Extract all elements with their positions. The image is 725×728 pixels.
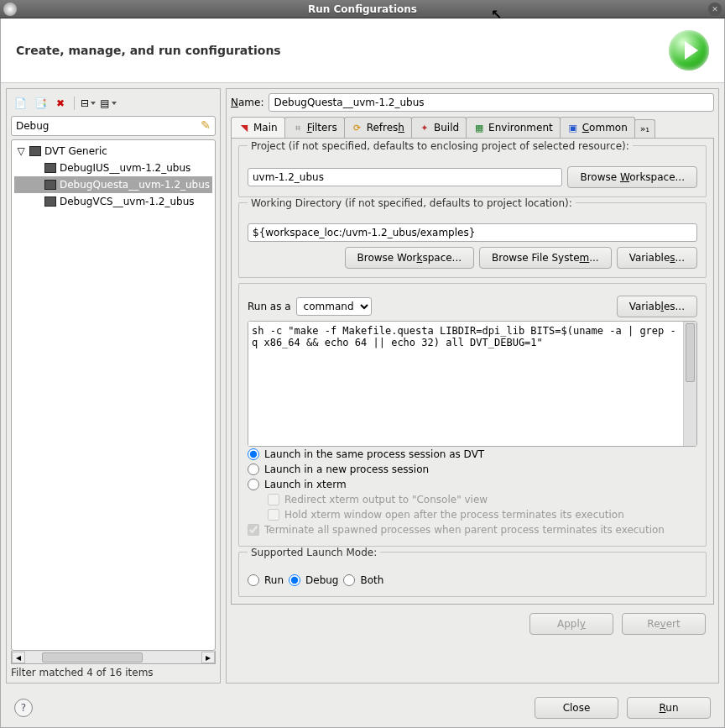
launch-mode-debug-radio[interactable] (289, 574, 300, 586)
name-label: Name: (231, 97, 263, 108)
scroll-track[interactable] (25, 652, 201, 663)
tab-content: Project (if not specified, defaults to e… (231, 139, 714, 605)
tab-bar: ◥Main ⌗Filters ⟳Refresh ✦Build ▦Environm… (231, 117, 714, 139)
launch-xterm-radio[interactable] (248, 479, 259, 490)
main-icon: ◥ (238, 122, 250, 134)
name-input[interactable] (269, 93, 714, 112)
tab-main[interactable]: ◥Main (231, 117, 285, 138)
right-panel: Name: ◥Main ⌗Filters ⟳Refresh ✦Build ▦En… (226, 88, 719, 683)
variables-button[interactable]: Variables... (617, 247, 697, 269)
window-title: Run Configurations (0, 3, 725, 15)
collapse-button[interactable]: ⊟ (79, 95, 97, 112)
tab-build[interactable]: ✦Build (411, 117, 467, 138)
duplicate-config-button[interactable]: 📑 (31, 95, 50, 112)
app-icon (3, 3, 17, 16)
apply-button[interactable]: Apply (529, 613, 613, 635)
clear-filter-icon[interactable]: ✎ (199, 118, 212, 132)
workdir-group: Working Directory (if not specified, def… (238, 202, 707, 278)
terminate-spawned-check (248, 524, 259, 536)
close-icon[interactable] (708, 3, 722, 16)
tab-refresh[interactable]: ⟳Refresh (344, 117, 412, 138)
run-button[interactable]: Run (627, 697, 711, 719)
header-subtitle: Create, manage, and run configurations (16, 44, 281, 57)
refresh-icon: ⟳ (352, 122, 363, 134)
project-input[interactable] (248, 168, 562, 186)
toolbar-separator (74, 97, 75, 110)
project-group-label: Project (if not specified, defaults to e… (248, 140, 633, 152)
filter-menu-button[interactable]: ▤ (99, 95, 117, 112)
scroll-right-icon[interactable]: ▸ (201, 652, 215, 663)
launch-new-label: Launch in a new process session (264, 464, 429, 475)
dialog-footer: ? Close Run (1, 689, 724, 727)
left-toolbar: 📄 📑 ✖ ⊟ ▤ (11, 93, 216, 116)
config-icon (44, 163, 56, 173)
scroll-left-icon[interactable]: ◂ (12, 652, 25, 663)
folder-icon (29, 146, 41, 156)
launch-mode-both-label: Both (360, 574, 383, 586)
tree-parent-label: DVT Generic (44, 145, 107, 157)
runas-variables-button[interactable]: Variables... (617, 296, 697, 317)
tree-parent[interactable]: ▽ DVT Generic (14, 143, 212, 160)
launch-mode-debug-label: Debug (305, 574, 338, 586)
redirect-xterm-check (268, 494, 279, 505)
close-button[interactable]: Close (535, 697, 618, 719)
launch-same-label: Launch in the same process session as DV… (264, 448, 484, 460)
launch-same-radio[interactable] (248, 448, 259, 460)
tree-item-label: DebugQuesta__uvm-1.2_ubus (60, 179, 210, 191)
tab-overflow[interactable]: »₁ (634, 119, 655, 138)
tree-item-label: DebugIUS__uvm-1.2_ubus (60, 162, 190, 174)
command-textarea[interactable]: sh -c "make -f Makefile.questa LIBDIR=dp… (248, 322, 683, 446)
tab-common[interactable]: ▣Common (560, 117, 635, 138)
filter-input[interactable] (11, 116, 216, 136)
filter-icon: ⌗ (292, 122, 304, 134)
runas-label: Run as a (248, 301, 291, 312)
config-tree[interactable]: ▽ DVT Generic DebugIUS__uvm-1.2_ubus Deb… (11, 139, 216, 651)
launch-mode-group: Supported Launch Mode: Run Debug Both (238, 552, 707, 597)
config-icon (44, 180, 56, 190)
hold-xterm-check (268, 509, 279, 521)
vertical-scrollbar[interactable] (683, 322, 696, 446)
runas-combo[interactable]: command (296, 297, 372, 316)
revert-button[interactable]: Revert (622, 613, 706, 635)
browse-workspace-button[interactable]: Browse Workspace... (567, 166, 697, 188)
titlebar: Run Configurations ↖ (0, 0, 725, 18)
delete-config-button[interactable]: ✖ (51, 95, 70, 112)
runas-group: Run as a command Variables... sh -c "mak… (238, 283, 707, 547)
config-icon (44, 196, 56, 207)
tree-item[interactable]: DebugVCS__uvm-1.2_ubus (14, 193, 212, 210)
project-group: Project (if not specified, defaults to e… (238, 145, 707, 197)
launch-mode-run-radio[interactable] (248, 574, 259, 586)
run-icon (669, 30, 709, 71)
launch-xterm-label: Launch in xterm (264, 479, 347, 490)
config-footer: Apply Revert (231, 605, 714, 643)
launch-mode-group-label: Supported Launch Mode: (248, 547, 380, 558)
help-button[interactable]: ? (14, 699, 33, 717)
browse-workspace-button-2[interactable]: Browse Workspace... (345, 247, 475, 269)
expand-icon[interactable]: ▽ (16, 145, 26, 157)
launch-mode-run-label: Run (264, 574, 284, 586)
tree-item[interactable]: DebugIUS__uvm-1.2_ubus (14, 160, 212, 176)
hold-xterm-label: Hold xterm window open after the process… (284, 509, 624, 521)
workdir-input[interactable] (248, 223, 697, 242)
tree-item-label: DebugVCS__uvm-1.2_ubus (60, 196, 195, 207)
redirect-xterm-label: Redirect xterm output to "Console" view (284, 494, 488, 505)
tab-filters[interactable]: ⌗Filters (284, 117, 345, 138)
tree-item[interactable]: DebugQuesta__uvm-1.2_ubus (14, 176, 212, 193)
horizontal-scrollbar[interactable]: ◂ ▸ (11, 651, 216, 664)
dialog-header: Create, manage, and run configurations (1, 18, 724, 83)
filter-status: Filter matched 4 of 16 items (11, 664, 216, 678)
new-config-button[interactable]: 📄 (11, 95, 29, 112)
launch-mode-both-radio[interactable] (343, 574, 355, 586)
common-icon: ▣ (567, 122, 579, 134)
terminate-spawned-label: Terminate all spawned processes when par… (264, 524, 665, 536)
browse-filesystem-button[interactable]: Browse File System... (479, 247, 612, 269)
left-panel: 📄 📑 ✖ ⊟ ▤ ✎ ▽ DVT Generic DebugIU (6, 88, 221, 683)
tab-environment[interactable]: ▦Environment (466, 117, 561, 138)
workdir-group-label: Working Directory (if not specified, def… (248, 197, 576, 209)
scroll-thumb[interactable] (42, 652, 143, 663)
scroll-thumb[interactable] (686, 323, 695, 382)
launch-new-radio[interactable] (248, 464, 259, 475)
build-icon: ✦ (419, 122, 430, 134)
environment-icon: ▦ (473, 122, 485, 134)
